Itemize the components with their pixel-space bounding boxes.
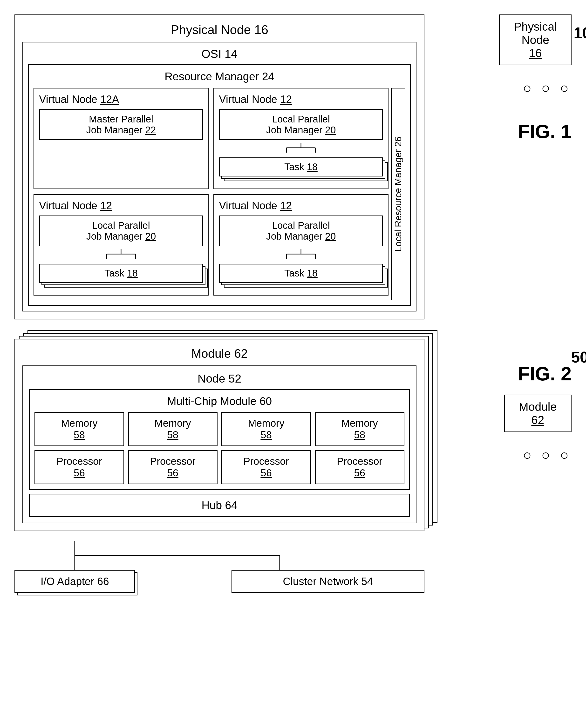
node-title: Node 52 — [29, 372, 410, 385]
osi-box: OSI 14 Resource Manager 24 Virtual Node … — [22, 42, 416, 311]
local-pjm-top-box: Local ParallelJob Manager 20 — [219, 109, 383, 140]
io-wrapper: I/O Adapter 66 — [15, 570, 135, 600]
processor-3: Processor56 — [221, 450, 311, 484]
cn-box: Cluster Network 54 — [231, 570, 425, 593]
vn-12a-box: Virtual Node 12A Master ParallelJob Mana… — [33, 88, 209, 189]
hub-box: Hub 64 — [29, 494, 410, 517]
fig2-dots: ○ ○ ○ — [523, 447, 571, 463]
vn-12-br-box: Virtual Node 12 Local ParallelJob Manage… — [213, 194, 388, 295]
vn-12-top-title: Virtual Node 12 — [219, 93, 383, 105]
vn-row-1: Virtual Node 12A Master ParallelJob Mana… — [33, 88, 388, 189]
pn-right-label: PhysicalNode16 — [514, 20, 557, 59]
lrm-box: Local Resource Manager 26 — [391, 88, 405, 301]
fig1-section: Physical Node 16 OSI 14 Resource Manager… — [15, 15, 571, 319]
vn-12a-title: Virtual Node 12A — [39, 93, 203, 105]
rm-box: Resource Manager 24 Virtual Node 12A Mas… — [28, 64, 411, 306]
io-box: I/O Adapter 66 — [15, 570, 135, 593]
node-box: Node 52 Multi-Chip Module 60 Memory58 Me… — [22, 365, 416, 523]
module-small-box: Module62 — [504, 395, 571, 432]
fig2-ref-num: 50 — [571, 348, 586, 366]
fig2-left: Module 62 Node 52 Multi-Chip Module 60 M… — [15, 339, 425, 600]
fig1-dots: ○ ○ ○ — [523, 80, 571, 97]
fig2-section: Module 62 Node 52 Multi-Chip Module 60 M… — [15, 339, 571, 600]
vn-row-2: Virtual Node 12 Local ParallelJob Manage… — [33, 194, 388, 295]
local-pjm-br-box: Local ParallelJob Manager 20 — [219, 215, 383, 246]
rm-title: Resource Manager 24 — [33, 70, 405, 83]
bottom-row: I/O Adapter 66 Cluster Network 54 — [15, 570, 425, 600]
master-pjm-box: Master ParallelJob Manager 22 — [39, 109, 203, 140]
connector-top-svg — [277, 143, 325, 157]
vn-12-bl-title: Virtual Node 12 — [39, 200, 203, 212]
vn-12-top-box: Virtual Node 12 Local ParallelJob Manage… — [213, 88, 388, 189]
memory-2: Memory58 — [128, 412, 218, 446]
physical-node-title: Physical Node 16 — [22, 22, 416, 37]
mcm-box: Multi-Chip Module 60 Memory58 Memory58 M… — [29, 389, 410, 490]
hub-connector-area — [15, 541, 425, 570]
fig1-main-box: Physical Node 16 OSI 14 Resource Manager… — [15, 15, 425, 319]
task-br-main: Task 18 — [219, 264, 383, 283]
module-stack: Module 62 Node 52 Multi-Chip Module 60 M… — [15, 339, 425, 531]
fig1-ref-num: 10 — [574, 24, 586, 42]
mcm-title: Multi-Chip Module 60 — [34, 395, 404, 408]
page: Physical Node 16 OSI 14 Resource Manager… — [15, 15, 571, 600]
vn-area: Virtual Node 12A Master ParallelJob Mana… — [33, 88, 388, 301]
memory-1: Memory58 — [34, 412, 124, 446]
rm-inner: Virtual Node 12A Master ParallelJob Mana… — [33, 88, 405, 301]
lrm-label: Local Resource Manager 26 — [393, 136, 404, 252]
connector-bl-svg — [97, 249, 145, 264]
memory-4: Memory58 — [315, 412, 405, 446]
processor-1: Processor56 — [34, 450, 124, 484]
fig1-label: FIG. 1 — [518, 121, 571, 143]
fig2-label: FIG. 2 — [518, 363, 571, 385]
vn-12-bl-box: Virtual Node 12 Local ParallelJob Manage… — [33, 194, 209, 295]
hub-to-bottom-svg — [15, 541, 425, 570]
cn-wrapper: Cluster Network 54 — [231, 570, 425, 593]
pn-right-box: PhysicalNode16 — [499, 15, 571, 65]
connector-br-svg — [277, 249, 325, 264]
vn-12-br-title: Virtual Node 12 — [219, 200, 383, 212]
memory-row: Memory58 Memory58 Memory58 Memory58 — [34, 412, 404, 446]
memory-3: Memory58 — [221, 412, 311, 446]
module-title: Module 62 — [22, 347, 416, 361]
processor-row: Processor56 Processor56 Processor56 Proc… — [34, 450, 404, 484]
local-pjm-bl-box: Local ParallelJob Manager 20 — [39, 215, 203, 246]
task-top-main: Task 18 — [219, 157, 383, 177]
task-bl-main: Task 18 — [39, 264, 203, 283]
fig2-right: 50 FIG. 2 Module62 ○ ○ ○ — [434, 339, 571, 463]
module-main-box: Module 62 Node 52 Multi-Chip Module 60 M… — [15, 339, 425, 531]
processor-2: Processor56 — [128, 450, 218, 484]
fig1-right: PhysicalNode16 10 ○ ○ ○ FIG. 1 — [434, 15, 571, 143]
osi-title: OSI 14 — [28, 47, 411, 60]
processor-4: Processor56 — [315, 450, 405, 484]
